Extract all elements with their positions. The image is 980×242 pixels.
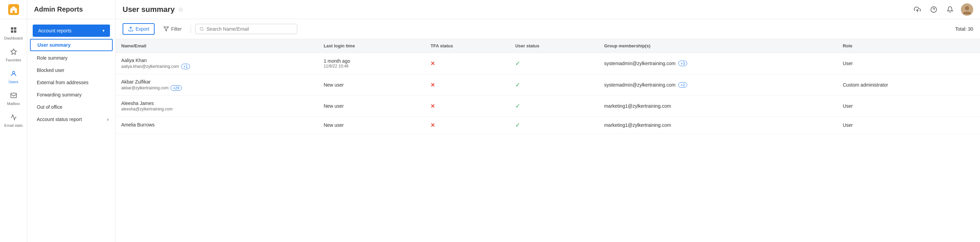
- user-email: akbar@zylkertraining.com +29: [121, 85, 313, 91]
- email-badge[interactable]: +29: [170, 85, 182, 91]
- cell-last-login: New user: [318, 74, 425, 96]
- cell-group: marketing1@zylkertraining.com: [599, 117, 837, 134]
- sidebar-item-dashboard[interactable]: Dashboard: [0, 22, 27, 43]
- nav-item-user-summary[interactable]: User summary: [30, 39, 113, 51]
- status-check-icon: ✓: [515, 60, 520, 67]
- cell-user-status: ✓: [510, 74, 599, 96]
- mailbox-icon: [9, 91, 18, 100]
- dashboard-label: Dashboard: [5, 36, 23, 40]
- search-input[interactable]: [207, 26, 293, 32]
- group-email: systemadmin@zylkertraining.com: [604, 61, 676, 66]
- dashboard-icon: [9, 25, 18, 35]
- cell-name-email: Amelia Burrows: [116, 117, 318, 134]
- cell-last-login: 1 month ago 11/8/22 10:46: [318, 53, 425, 74]
- sidebar-nav: Dashboard Favorites Users: [0, 19, 27, 131]
- svg-rect-3: [11, 30, 13, 33]
- search-box[interactable]: [195, 24, 297, 34]
- main-content: User summary ☆: [116, 0, 980, 242]
- star-icon: [9, 47, 18, 56]
- sidebar-item-mailbox[interactable]: Mailbox: [0, 87, 27, 109]
- svg-marker-5: [11, 49, 16, 54]
- status-check-icon: ✓: [515, 122, 520, 128]
- col-role: Role: [837, 39, 980, 53]
- export-button[interactable]: Export: [123, 23, 154, 35]
- tfa-x-icon: ✕: [430, 61, 435, 66]
- user-name: Akbar Zulfikar: [121, 79, 313, 85]
- svg-point-12: [965, 6, 969, 10]
- app-logo[interactable]: [0, 0, 27, 19]
- header-actions: [912, 3, 973, 16]
- table-header-row: Name/Email Last login time TFA status Us…: [116, 39, 980, 53]
- nav-item-account-status-report[interactable]: Account status report ›: [27, 113, 115, 125]
- group-badge[interactable]: +3: [678, 61, 687, 66]
- nav-item-forwarding-summary[interactable]: Forwarding summary: [27, 89, 115, 101]
- group-email: systemadmin@zylkertraining.com: [604, 82, 676, 88]
- svg-point-15: [200, 27, 203, 30]
- user-table: Name/Email Last login time TFA status Us…: [116, 39, 980, 134]
- upload-icon[interactable]: [912, 4, 923, 15]
- svg-point-6: [12, 71, 14, 74]
- svg-rect-4: [14, 30, 16, 33]
- svg-marker-14: [164, 27, 169, 31]
- email-stats-label: Email stats: [5, 123, 23, 127]
- favorites-label: Favorites: [6, 58, 21, 62]
- user-email: aleesha@zylkertraining.com: [121, 107, 313, 111]
- tfa-x-icon: ✕: [430, 82, 435, 88]
- toolbar-divider: [191, 25, 191, 33]
- notifications-icon[interactable]: [945, 4, 956, 15]
- toolbar: Export Filter Total: 30: [116, 19, 980, 39]
- nav-item-external-from-addresses[interactable]: External from addresses: [27, 76, 115, 89]
- col-name-email: Name/Email: [116, 39, 318, 53]
- cell-name-email: Aleesha James aleesha@zylkertraining.com: [116, 96, 318, 117]
- avatar[interactable]: [961, 3, 973, 16]
- users-label: Users: [8, 80, 18, 84]
- table-row: Aleesha James aleesha@zylkertraining.com…: [116, 96, 980, 117]
- help-icon[interactable]: [928, 4, 939, 15]
- tfa-x-icon: ✕: [430, 103, 435, 109]
- main-header: User summary ☆: [116, 0, 980, 19]
- search-icon: [200, 27, 204, 31]
- nav-item-out-of-office[interactable]: Out of office: [27, 101, 115, 113]
- page-title: User summary: [123, 5, 175, 14]
- icon-sidebar: Dashboard Favorites Users: [0, 0, 27, 242]
- user-name: Amelia Burrows: [121, 122, 313, 127]
- sidebar-item-email-stats[interactable]: Email stats: [0, 109, 27, 131]
- email-stats-icon: [9, 112, 18, 122]
- cell-name-email: Aaliya Khan aaliya.khan@zylkertraining.c…: [116, 53, 318, 74]
- col-last-login: Last login time: [318, 39, 425, 53]
- cell-group: systemadmin@zylkertraining.com +2: [599, 74, 837, 96]
- star-favorite-icon[interactable]: ☆: [178, 6, 183, 13]
- cell-last-login: New user: [318, 96, 425, 117]
- cell-role: User: [837, 96, 980, 117]
- cell-user-status: ✓: [510, 96, 599, 117]
- cell-role: Custom administrator: [837, 74, 980, 96]
- account-reports-label: Account reports: [38, 28, 72, 34]
- cell-user-status: ✓: [510, 117, 599, 134]
- svg-line-16: [203, 30, 203, 30]
- nav-item-role-summary[interactable]: Role summary: [27, 52, 115, 64]
- nav-item-blocked-user[interactable]: Blocked user: [27, 64, 115, 76]
- svg-rect-7: [11, 93, 16, 98]
- user-name: Aleesha James: [121, 101, 313, 106]
- user-email: aaliya.khan@zylkertraining.com +1: [121, 64, 313, 69]
- sidebar-item-users[interactable]: Users: [0, 66, 27, 87]
- tfa-x-icon: ✕: [430, 122, 435, 128]
- cell-tfa: ✕: [425, 53, 510, 74]
- main-header-left: User summary ☆: [123, 5, 183, 14]
- filter-button[interactable]: Filter: [159, 24, 186, 34]
- nav-panel: Admin Reports Account reports ▾ User sum…: [27, 0, 116, 242]
- cell-role: User: [837, 117, 980, 134]
- email-badge[interactable]: +1: [181, 64, 190, 69]
- table-row: Amelia Burrows New user ✕✓ marketing1@zy…: [116, 117, 980, 134]
- group-badge[interactable]: +2: [678, 82, 687, 88]
- table-row: Aaliya Khan aaliya.khan@zylkertraining.c…: [116, 53, 980, 74]
- sidebar-item-favorites[interactable]: Favorites: [0, 43, 27, 66]
- status-check-icon: ✓: [515, 82, 520, 88]
- export-icon: [128, 26, 134, 32]
- cell-name-email: Akbar Zulfikar akbar@zylkertraining.com …: [116, 74, 318, 96]
- cell-tfa: ✕: [425, 96, 510, 117]
- account-reports-section[interactable]: Account reports ▾: [33, 24, 110, 37]
- cell-group: marketing1@zylkertraining.com: [599, 96, 837, 117]
- cell-tfa: ✕: [425, 117, 510, 134]
- svg-rect-2: [14, 27, 16, 30]
